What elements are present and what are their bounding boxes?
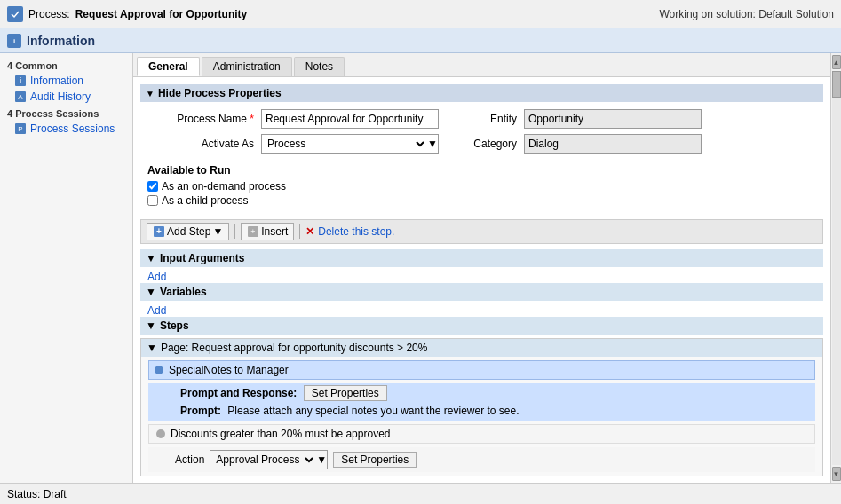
main-layout: 4 Common i Information A Audit History 4… xyxy=(0,53,841,483)
page-item: ▼ Page: Request approval for opportunity… xyxy=(141,339,822,357)
add-step-dropdown-arrow: ▼ xyxy=(212,225,223,238)
process-sessions-icon: P xyxy=(14,122,27,135)
insert-button[interactable]: + Insert xyxy=(241,223,294,240)
scrollbar-thumb[interactable] xyxy=(832,71,841,98)
toolbar-sep2 xyxy=(299,224,300,239)
checkbox-child-label: As a child process xyxy=(162,194,248,207)
checkbox-child[interactable] xyxy=(147,195,158,206)
process-title-bar: Process: Request Approval for Opportunit… xyxy=(7,6,247,22)
prompt-response-label: Prompt and Response: xyxy=(180,387,297,399)
special-notes-row: SpecialNotes to Manager xyxy=(148,360,815,380)
set-properties-button-2[interactable]: Set Properties xyxy=(333,452,417,468)
insert-label: Insert xyxy=(261,225,288,238)
status-bar: Status: Draft xyxy=(0,483,841,504)
page-item-label: Page: Request approval for opportunity d… xyxy=(161,342,428,354)
process-name: Request Approval for Opportunity xyxy=(75,8,248,20)
subsection-variables[interactable]: ▼ Variables xyxy=(140,283,823,301)
add-link-2[interactable]: Add xyxy=(140,304,823,317)
svg-text:+: + xyxy=(156,226,162,236)
add-step-icon: + xyxy=(153,225,165,238)
checkbox-on-demand-row: As an on-demand process xyxy=(147,180,816,193)
action-row: Action Approval Process ▼ Set Properties xyxy=(148,447,815,472)
sidebar-group-process-sessions: 4 Process Sessions xyxy=(0,105,132,121)
information-icon: i xyxy=(14,75,27,87)
sidebar-item-process-sessions[interactable]: P Process Sessions xyxy=(0,121,132,137)
section-arrow: ▼ xyxy=(146,89,155,98)
section-header-hide-process[interactable]: ▼ Hide Process Properties xyxy=(140,84,823,102)
category-input xyxy=(524,134,702,154)
process-name-input[interactable] xyxy=(261,109,439,129)
info-icon: i xyxy=(7,34,21,48)
sidebar: 4 Common i Information A Audit History 4… xyxy=(0,53,133,483)
prompt-label-text: Prompt: xyxy=(180,405,221,417)
step-area: ▼ Page: Request approval for opportunity… xyxy=(140,338,823,476)
entity-input xyxy=(524,109,702,129)
input-args-arrow: ▼ xyxy=(146,252,156,264)
input-arguments-label: Input Arguments xyxy=(160,252,245,264)
activate-as-select-wrap[interactable]: Process Template ▼ xyxy=(261,134,439,154)
activate-as-select[interactable]: Process Template xyxy=(262,137,427,151)
action-label: Action xyxy=(175,453,204,466)
svg-text:+: + xyxy=(251,227,256,236)
activate-as-label: Activate As xyxy=(147,138,254,150)
add-link-1-text[interactable]: Add xyxy=(140,271,166,283)
content-scroll[interactable]: ▼ Hide Process Properties Process Name E… xyxy=(133,77,830,483)
process-icon xyxy=(7,6,23,22)
discounts-label: Discounts greater than 20% must be appro… xyxy=(171,428,390,440)
sidebar-process-sessions-label: Process Sessions xyxy=(30,122,115,135)
content-area: General Administration Notes ▼ Hide Proc… xyxy=(133,53,830,483)
delete-step-label[interactable]: Delete this step. xyxy=(318,225,394,238)
checkbox-on-demand-label: As an on-demand process xyxy=(162,180,286,193)
process-name-label: Process Name xyxy=(147,113,254,125)
available-to-run-label: Available to Run xyxy=(147,164,816,177)
page-title: Information xyxy=(27,34,95,48)
scrollbar-thumb-area xyxy=(832,71,841,465)
scrollbar-track[interactable]: ▲ ▼ xyxy=(830,53,841,483)
discounts-bullet xyxy=(156,429,165,438)
svg-text:A: A xyxy=(18,93,23,101)
special-notes-bullet xyxy=(155,366,163,374)
delete-icon[interactable]: ✕ xyxy=(305,225,314,238)
variables-arrow: ▼ xyxy=(146,286,156,298)
steps-label: Steps xyxy=(160,319,189,332)
top-header: Process: Request Approval for Opportunit… xyxy=(0,0,841,28)
variables-label: Variables xyxy=(160,286,207,298)
sidebar-item-audit-history[interactable]: A Audit History xyxy=(0,89,132,105)
category-label: Category xyxy=(446,138,517,150)
scrollbar-down-button[interactable]: ▼ xyxy=(832,467,841,481)
prompt-text: Please attach any special notes you want… xyxy=(227,405,519,417)
scrollbar-up-button[interactable]: ▲ xyxy=(832,55,841,69)
form-grid: Process Name Entity Activate As Process … xyxy=(140,109,823,154)
section-hide-process-label: Hide Process Properties xyxy=(158,87,282,99)
select-arrow-icon: ▼ xyxy=(427,138,438,150)
add-step-label: Add Step xyxy=(167,225,210,238)
subsection-steps[interactable]: ▼ Steps xyxy=(140,317,823,335)
solution-label: Working on solution: Default Solution xyxy=(659,8,834,20)
action-select[interactable]: Approval Process xyxy=(210,453,316,467)
subsection-input-arguments[interactable]: ▼ Input Arguments xyxy=(140,249,823,267)
svg-text:i: i xyxy=(20,76,22,85)
tabs-bar: General Administration Notes xyxy=(133,53,830,77)
add-link-1[interactable]: Add xyxy=(140,271,823,283)
process-prefix: Process: xyxy=(28,8,70,20)
checkbox-on-demand[interactable] xyxy=(147,181,158,192)
sidebar-item-information[interactable]: i Information xyxy=(0,73,132,89)
svg-text:i: i xyxy=(13,37,15,45)
add-link-2-text[interactable]: Add xyxy=(140,304,166,317)
insert-icon: + xyxy=(247,225,259,238)
sidebar-information-label: Information xyxy=(30,75,83,87)
add-step-button[interactable]: + Add Step ▼ xyxy=(147,223,229,240)
sidebar-group-common: 4 Common xyxy=(0,57,132,73)
available-section: Available to Run As an on-demand process… xyxy=(140,161,823,212)
action-select-arrow: ▼ xyxy=(316,453,327,466)
tab-general[interactable]: General xyxy=(137,57,200,76)
prompt-response-row: Prompt and Response: Set Properties xyxy=(148,383,815,403)
tab-administration[interactable]: Administration xyxy=(202,57,292,76)
status-label: Status: Draft xyxy=(7,488,67,500)
page-item-arrow: ▼ xyxy=(147,342,157,354)
page-title-bar: i Information xyxy=(0,28,841,53)
tab-notes[interactable]: Notes xyxy=(294,57,345,76)
toolbar-sep1 xyxy=(234,224,235,239)
set-properties-button-1[interactable]: Set Properties xyxy=(304,385,387,401)
bottom-spacer xyxy=(140,482,823,483)
